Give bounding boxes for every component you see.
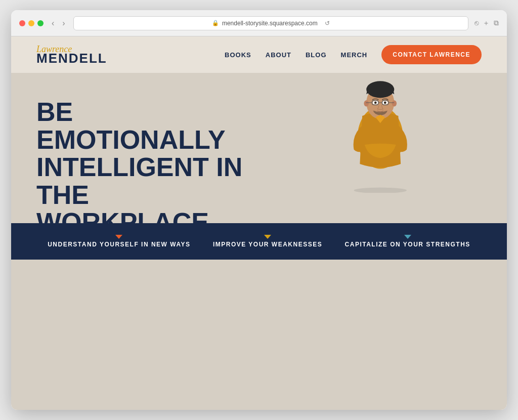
nav-merch[interactable]: MERCH [341, 51, 368, 59]
feature-item-2[interactable]: CAPITALIZE ON YOUR STRENGTHS [345, 235, 470, 248]
browser-dots [19, 20, 44, 26]
feature-label-1: IMPROVE YOUR WEAKNESSES [213, 241, 322, 248]
nav-blog[interactable]: BLOG [306, 51, 327, 59]
share-icon[interactable]: ⎋ [474, 19, 479, 28]
address-bar[interactable]: 🔒 mendell-storysite.squarespace.com ↺ [73, 16, 468, 30]
svg-point-0 [354, 188, 407, 193]
url-text: mendell-storysite.squarespace.com [222, 20, 318, 27]
reload-button[interactable]: ↺ [325, 20, 330, 27]
lock-icon: 🔒 [212, 20, 219, 26]
new-tab-icon[interactable]: ＋ [483, 19, 490, 28]
features-bar: UNDERSTAND YOURSELF IN NEW WAYS IMPROVE … [11, 223, 507, 260]
tabs-icon[interactable]: ⧉ [494, 19, 499, 28]
svg-point-5 [364, 100, 369, 106]
logo-bold: MENDELL [36, 52, 107, 65]
hero-headline: BE EMOTIONALLY INTELLIGENT IN THE WORKPL… [36, 98, 258, 223]
nav-about[interactable]: ABOUT [266, 51, 291, 59]
browser-chrome: ‹ › 🔒 mendell-storysite.squarespace.com … [11, 10, 507, 36]
svg-point-15 [384, 102, 386, 104]
browser-actions: ⎋ ＋ ⧉ [474, 19, 499, 28]
minimize-dot[interactable] [28, 20, 34, 26]
site-nav: BOOKS ABOUT BLOG MERCH CONTACT LAWRENCE [225, 45, 482, 64]
chevron-blue-icon [404, 235, 411, 239]
browser-nav: ‹ › [50, 18, 67, 29]
nav-books[interactable]: BOOKS [225, 51, 251, 59]
website: Lawrence MENDELL BOOKS ABOUT BLOG MERCH … [11, 36, 507, 410]
hero-section: BE EMOTIONALLY INTELLIGENT IN THE WORKPL… [11, 73, 507, 223]
feature-item-1[interactable]: IMPROVE YOUR WEAKNESSES [213, 235, 322, 248]
feature-label-0: UNDERSTAND YOURSELF IN NEW WAYS [48, 241, 190, 248]
feature-label-2: CAPITALIZE ON YOUR STRENGTHS [345, 241, 470, 248]
fullscreen-dot[interactable] [37, 20, 44, 26]
site-header: Lawrence MENDELL BOOKS ABOUT BLOG MERCH … [11, 36, 507, 73]
hero-content: BE EMOTIONALLY INTELLIGENT IN THE WORKPL… [11, 73, 284, 223]
svg-point-6 [392, 100, 397, 106]
feature-item-0[interactable]: UNDERSTAND YOURSELF IN NEW WAYS [48, 235, 190, 248]
logo: Lawrence MENDELL [36, 45, 107, 65]
browser-window: ‹ › 🔒 mendell-storysite.squarespace.com … [11, 10, 507, 410]
svg-point-14 [374, 102, 377, 104]
below-fold [11, 260, 507, 410]
chevron-orange-icon [115, 235, 122, 239]
chevron-gold-icon [264, 235, 271, 239]
contact-button[interactable]: CONTACT LAWRENCE [381, 45, 482, 64]
close-dot[interactable] [19, 20, 25, 26]
hero-person-image [274, 73, 487, 193]
forward-button[interactable]: › [60, 18, 67, 29]
back-button[interactable]: ‹ [50, 18, 56, 29]
